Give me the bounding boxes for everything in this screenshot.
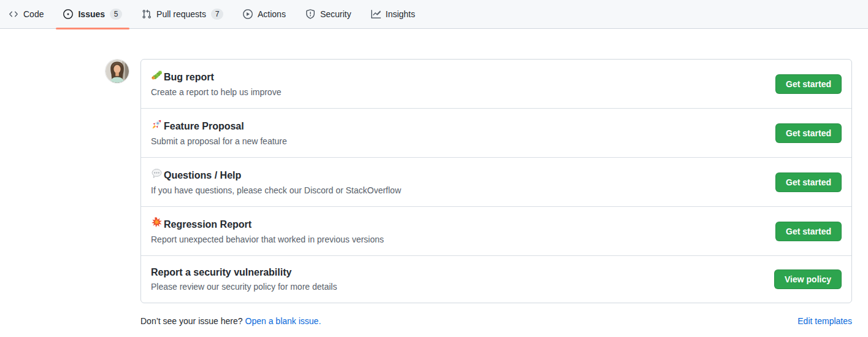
tab-issues[interactable]: Issues 5 [56,0,129,28]
issue-opened-icon [63,9,73,19]
open-blank-issue-link[interactable]: Open a blank issue. [245,316,321,326]
tab-code[interactable]: Code [1,0,51,28]
rocket-emoji-icon [151,118,163,133]
collision-emoji-icon [151,217,163,231]
repo-tab-nav: Code Issues 5 Pull requests 7 Actions Se… [0,0,868,29]
pull-requests-count-badge: 7 [211,9,223,20]
template-chooser-footer: Don’t see your issue here?Open a blank i… [140,316,852,326]
view-policy-button[interactable]: View policy [774,269,842,289]
bug-emoji-icon [151,69,163,84]
blank-issue-prompt: Don’t see your issue here? [140,316,243,326]
template-title: Feature Proposal [164,120,244,133]
template-row-questions-help: Questions / Help If you have questions, … [141,157,851,206]
play-icon [243,9,253,19]
template-row-regression-report: Regression Report Report unexpected beha… [141,206,851,255]
template-title: Report a security vulnerability [151,266,291,279]
template-title: Questions / Help [164,169,241,182]
template-row-feature-proposal: Feature Proposal Submit a proposal for a… [141,108,851,157]
template-title: Regression Report [164,218,252,231]
tab-issues-label: Issues [78,9,105,19]
template-description: Submit a proposal for a new feature [151,135,766,147]
get-started-button[interactable]: Get started [775,123,842,143]
issue-template-list: Bug report Create a report to help us im… [140,59,852,303]
get-started-button[interactable]: Get started [775,222,842,241]
template-row-bug-report: Bug report Create a report to help us im… [141,60,851,108]
get-started-button[interactable]: Get started [775,74,842,94]
tab-actions[interactable]: Actions [236,0,293,28]
template-row-security-vulnerability: Report a security vulnerability Please r… [141,255,851,303]
template-description: Report unexpected behavior that worked i… [151,233,766,246]
template-title: Bug report [164,71,214,83]
shield-icon [305,9,315,19]
avatar-image [106,60,129,83]
template-description: Create a report to help us improve [151,86,766,98]
graph-icon [371,9,381,19]
tab-pull-requests[interactable]: Pull requests 7 [134,0,231,28]
tab-pull-requests-label: Pull requests [156,9,206,19]
tab-security[interactable]: Security [298,0,359,28]
tab-insights-label: Insights [386,9,415,19]
get-started-button[interactable]: Get started [775,172,842,192]
template-description: If you have questions, please check our … [151,184,766,196]
tab-insights[interactable]: Insights [364,0,423,28]
code-icon [9,9,18,19]
template-description: Please review our security policy for mo… [151,281,764,293]
tab-code-label: Code [23,9,44,19]
issue-template-chooser: Bug report Create a report to help us im… [106,59,852,303]
speech-balloon-emoji-icon [151,168,163,182]
git-pull-request-icon [142,9,152,19]
tab-actions-label: Actions [258,9,286,19]
avatar [106,60,129,83]
tab-security-label: Security [320,9,351,19]
issues-count-badge: 5 [110,9,122,20]
edit-templates-link[interactable]: Edit templates [797,316,852,326]
